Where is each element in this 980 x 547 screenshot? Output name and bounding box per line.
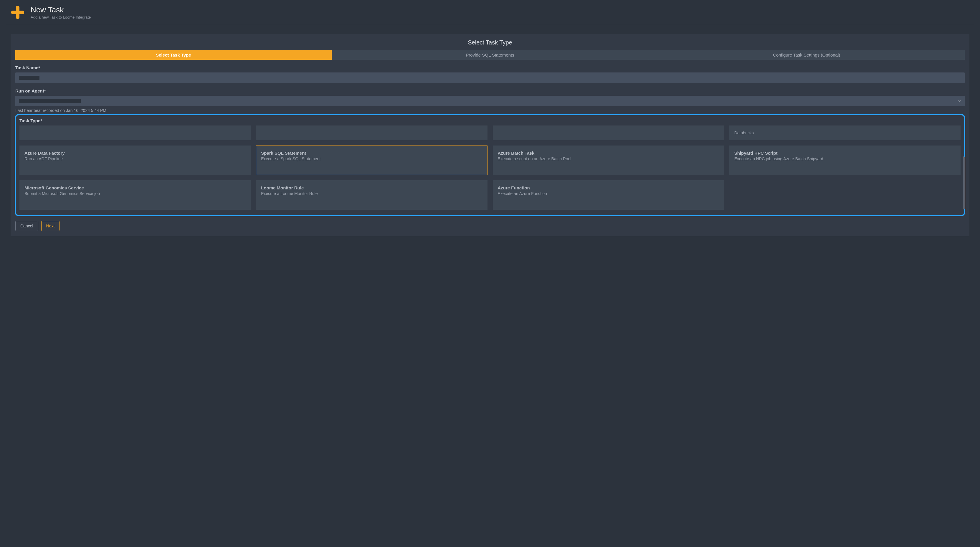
task-card-desc: Execute a Loome Monitor Rule	[261, 191, 482, 197]
task-card-genomics[interactable]: Microsoft Genomics Service Submit a Micr…	[19, 180, 251, 210]
task-type-section: Task Type* Databricks Azure Data Factory…	[15, 114, 965, 216]
page-header: New Task Add a new Task to Loome Integra…	[0, 0, 980, 25]
task-card-title: Azure Batch Task	[498, 151, 719, 156]
task-card-partial[interactable]	[256, 126, 487, 140]
task-card-desc: Databricks	[734, 130, 956, 135]
task-card-desc: Execute a script on an Azure Batch Pool	[498, 156, 719, 162]
task-card-azure-function[interactable]: Azure Function Execute an Azure Function	[493, 180, 724, 210]
task-card-title: Azure Function	[498, 185, 719, 190]
tab-provide-sql[interactable]: Provide SQL Statements	[332, 50, 649, 60]
task-card-title: Spark SQL Statement	[261, 151, 482, 156]
task-card-desc: Execute a Spark SQL Statement	[261, 156, 482, 162]
task-type-label: Task Type*	[19, 118, 961, 123]
task-card-empty	[729, 180, 961, 210]
scrollbar[interactable]	[963, 121, 965, 210]
cancel-button[interactable]: Cancel	[15, 221, 38, 231]
task-card-desc: Execute an HPC job using Azure Batch Shi…	[734, 156, 956, 162]
wizard-tabs: Select Task Type Provide SQL Statements …	[11, 50, 969, 60]
scrollbar-thumb[interactable]	[963, 156, 965, 210]
task-card-title: Azure Data Factory	[24, 151, 246, 156]
redacted-value	[19, 99, 81, 103]
task-card-loome-monitor[interactable]: Loome Monitor Rule Execute a Loome Monit…	[256, 180, 487, 210]
task-card-azure-data-factory[interactable]: Azure Data Factory Run an ADF Pipeline	[19, 146, 251, 175]
tab-configure-settings[interactable]: Configure Task Settings (Optional)	[648, 50, 965, 60]
svg-rect-1	[11, 11, 24, 14]
next-button[interactable]: Next	[41, 221, 60, 231]
panel-title: Select Task Type	[11, 39, 969, 46]
task-card-title: Microsoft Genomics Service	[24, 185, 246, 190]
main-panel: Select Task Type Select Task Type Provid…	[11, 34, 969, 236]
footer-buttons: Cancel Next	[11, 216, 969, 231]
task-type-grid: Azure Data Factory Run an ADF Pipeline S…	[19, 146, 961, 210]
task-card-title: Shipyard HPC Script	[734, 151, 956, 156]
content-wrapper: Select Task Type Select Task Type Provid…	[0, 25, 980, 245]
page-title: New Task	[31, 5, 91, 14]
task-card-title: Loome Monitor Rule	[261, 185, 482, 190]
task-card-desc: Execute an Azure Function	[498, 191, 719, 197]
run-on-agent-label: Run on Agent*	[15, 88, 965, 93]
agent-heartbeat-text: Last heartbeat recorded on Jan 16, 2024 …	[15, 108, 965, 113]
task-card-spark-sql[interactable]: Spark SQL Statement Execute a Spark SQL …	[256, 146, 487, 175]
task-card-desc: Submit a Microsoft Genomics Service job	[24, 191, 246, 197]
chevron-down-icon	[958, 99, 961, 103]
plus-icon	[11, 5, 25, 19]
tab-select-task-type[interactable]: Select Task Type	[15, 50, 332, 60]
task-name-label: Task Name*	[15, 65, 965, 70]
task-name-section: Task Name*	[11, 60, 969, 83]
run-on-agent-select[interactable]	[15, 96, 965, 107]
task-card-shipyard-hpc[interactable]: Shipyard HPC Script Execute an HPC job u…	[729, 146, 961, 175]
header-text-block: New Task Add a new Task to Loome Integra…	[31, 5, 91, 19]
task-name-input[interactable]	[15, 72, 965, 83]
task-card-partial[interactable]: Databricks	[729, 126, 961, 140]
task-card-azure-batch[interactable]: Azure Batch Task Execute a script on an …	[493, 146, 724, 175]
task-card-partial[interactable]	[19, 126, 251, 140]
task-card-desc: Run an ADF Pipeline	[24, 156, 246, 162]
page-subtitle: Add a new Task to Loome Integrate	[31, 15, 91, 19]
run-on-agent-section: Run on Agent* Last heartbeat recorded on…	[11, 83, 969, 113]
task-type-partial-row: Databricks	[19, 126, 961, 140]
task-card-partial[interactable]	[493, 126, 724, 140]
redacted-value	[19, 76, 40, 80]
